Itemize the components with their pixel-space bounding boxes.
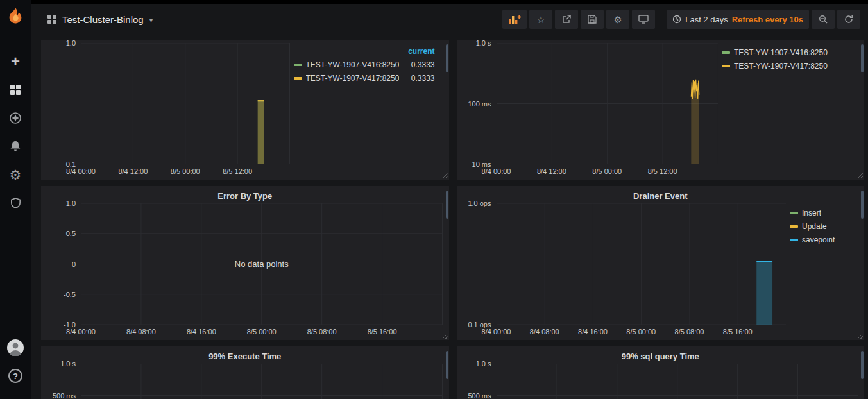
panel-title[interactable]: 99% Execute Time <box>47 350 443 364</box>
panel-scrollbar-thumb[interactable] <box>861 351 864 379</box>
legend-item[interactable]: Update <box>790 219 851 233</box>
panel-scrollbar-thumb[interactable] <box>861 44 864 72</box>
series-color-dash <box>722 65 730 67</box>
plot-area[interactable]: No data points <box>81 203 443 325</box>
panel-binlog-latency: 1.0 s100 ms10 ms8/4 00:008/4 12:008/5 00… <box>457 40 865 180</box>
shield-icon <box>10 197 22 209</box>
dashboard-scroll-area[interactable]: 1.00.18/4 00:008/4 12:008/5 00:008/5 12:… <box>31 32 868 399</box>
refresh-button[interactable] <box>837 10 860 29</box>
x-tick-label: 8/5 12:00 <box>648 167 677 175</box>
chart-area: 1.0 s500 ms <box>47 364 443 399</box>
chart-right <box>81 364 443 399</box>
panel-error-by-type: Error By Type 1.00.50-0.5-1.0No data poi… <box>41 186 449 340</box>
series-label: Insert <box>802 208 821 217</box>
time-range-button[interactable]: Last 2 days Refresh every 10s <box>667 10 809 29</box>
panel-scrollbar-thumb[interactable] <box>446 44 448 72</box>
legend-item[interactable]: Insert <box>790 206 851 219</box>
help-button[interactable]: ? <box>0 362 31 390</box>
x-tick-label: 8/4 08:00 <box>126 328 156 335</box>
clock-icon <box>672 15 681 24</box>
explore-button[interactable] <box>0 104 31 132</box>
series-current-value: 0.3333 <box>411 74 436 83</box>
x-tick-label: 8/4 16:00 <box>578 328 608 335</box>
dashboards-button[interactable] <box>0 76 31 104</box>
user-avatar[interactable] <box>0 334 31 362</box>
series-label: Update <box>802 222 827 231</box>
avatar-icon <box>7 339 24 356</box>
cycle-view-button[interactable] <box>632 10 655 29</box>
monitor-icon <box>638 15 649 24</box>
panel-title[interactable]: 99% sql query Time <box>463 350 858 364</box>
x-tick-label: 8/5 00:00 <box>626 328 656 335</box>
x-tick-label: 8/5 12:00 <box>223 167 252 175</box>
panel-scrollbar-thumb[interactable] <box>446 351 448 379</box>
x-tick-label: 8/5 16:00 <box>368 328 397 335</box>
sidebar: + ⚙ <box>0 0 31 399</box>
panel-scrollbar-thumb[interactable] <box>861 191 864 219</box>
series-color-dash <box>790 212 798 214</box>
x-tick-label: 8/4 16:00 <box>187 328 216 335</box>
bell-icon <box>9 140 22 153</box>
star-button[interactable]: ☆ <box>529 10 552 29</box>
y-axis: 1.0 s100 ms10 ms <box>463 43 497 164</box>
series-label: savepoint <box>802 235 835 244</box>
series-color-dash <box>722 51 730 54</box>
legend: currentTEST-YW-1907-V416:82500.3333TEST-… <box>290 43 443 177</box>
dashboard-title: Test-Cluster-Binlog <box>62 14 144 25</box>
legend-item[interactable]: TEST-YW-1907-V416:82500.3333 <box>294 58 436 71</box>
series-color-dash <box>294 77 302 80</box>
dashboards-grid-icon <box>10 85 21 95</box>
x-tick-label: 8/5 08:00 <box>307 328 337 335</box>
save-icon <box>588 15 597 24</box>
zoom-out-button[interactable] <box>812 10 835 29</box>
panel-title[interactable]: Drainer Event <box>463 189 858 203</box>
grafana-flame-icon <box>6 6 25 26</box>
share-button[interactable] <box>555 10 578 29</box>
save-button[interactable] <box>581 10 604 29</box>
series-current-value: 0.3333 <box>411 60 436 69</box>
y-tick-label: 1.0 <box>66 39 76 47</box>
server-admin-button[interactable] <box>0 189 31 217</box>
create-button[interactable]: + <box>0 47 31 76</box>
y-tick-label: 100 ms <box>468 100 491 108</box>
panel-title[interactable]: Error By Type <box>47 189 443 203</box>
x-tick-label: 8/4 00:00 <box>66 167 96 175</box>
compass-icon <box>9 112 22 124</box>
grafana-logo[interactable] <box>6 6 25 26</box>
chart-right: 8/4 00:008/4 12:008/5 00:008/5 12:00 <box>497 43 719 177</box>
legend-header: current <box>294 46 436 58</box>
add-panel-button[interactable] <box>502 10 527 29</box>
legend-item[interactable]: TEST-YW-1907-V417:82500.3333 <box>294 71 436 85</box>
chart-area: 1.00.18/4 00:008/4 12:008/5 00:008/5 12:… <box>47 43 290 177</box>
y-tick-label: 0.5 <box>66 230 76 237</box>
main-area: Test-Cluster-Binlog ▾ ☆ <box>31 0 868 399</box>
y-axis: 1.0 ops0.1 ops <box>463 203 497 325</box>
star-icon: ☆ <box>536 15 545 24</box>
legend: TEST-YW-1907-V416:8250TEST-YW-1907-V417:… <box>718 43 858 177</box>
chart-right: 8/4 00:008/4 08:008/4 16:008/5 00:008/5 … <box>497 203 787 337</box>
plot-area[interactable] <box>497 203 787 325</box>
plot-area[interactable] <box>497 364 858 399</box>
y-tick-label: 500 ms <box>53 392 76 399</box>
plot-area[interactable] <box>497 43 719 164</box>
y-tick-label: 1.0 s <box>60 360 76 368</box>
navbar-actions: ☆ ⚙ <box>502 10 860 29</box>
alerting-button[interactable] <box>0 132 31 160</box>
panel-scrollbar-thumb[interactable] <box>446 191 448 219</box>
configuration-button[interactable]: ⚙ <box>0 160 31 189</box>
time-range-label: Last 2 days <box>685 15 728 24</box>
y-axis: 1.00.1 <box>47 43 81 164</box>
dashboard-title-button[interactable]: Test-Cluster-Binlog ▾ <box>47 14 153 25</box>
x-tick-label: 8/5 16:00 <box>723 328 753 335</box>
dashboard-settings-button[interactable]: ⚙ <box>606 10 629 29</box>
y-tick-label: 0 <box>72 260 76 268</box>
legend-item[interactable]: TEST-YW-1907-V417:8250 <box>722 59 851 72</box>
legend-item[interactable]: TEST-YW-1907-V416:8250 <box>722 46 851 59</box>
series-label: TEST-YW-1907-V416:8250 <box>306 60 400 69</box>
plot-area[interactable] <box>81 364 443 399</box>
legend-item[interactable]: savepoint <box>790 233 851 246</box>
series-color-dash <box>294 64 302 66</box>
chevron-down-icon: ▾ <box>149 15 153 24</box>
plot-area[interactable] <box>81 43 290 164</box>
chart-right: No data points8/4 00:008/4 08:008/4 16:0… <box>81 203 443 337</box>
